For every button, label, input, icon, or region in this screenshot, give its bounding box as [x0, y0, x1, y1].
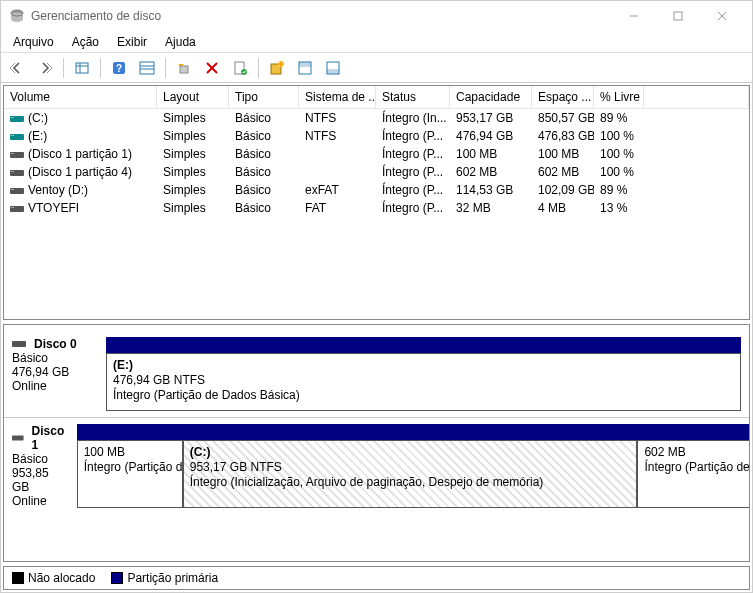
- disk-name: Disco 0: [34, 337, 77, 351]
- volume-pct: 100 %: [594, 146, 644, 162]
- volume-type: Básico: [229, 182, 299, 198]
- menu-help[interactable]: Ajuda: [157, 33, 204, 51]
- partition-status: Íntegro (Partição de Sistema EFI): [84, 460, 176, 475]
- minimize-button[interactable]: [612, 1, 656, 31]
- legend-box-black: [12, 572, 24, 584]
- partition-size: 476,94 GB NTFS: [113, 373, 734, 388]
- col-type[interactable]: Tipo: [229, 86, 299, 108]
- svg-rect-35: [10, 206, 24, 212]
- volume-fs: [299, 171, 376, 173]
- disk-type: Básico: [12, 351, 96, 365]
- menu-action[interactable]: Ação: [64, 33, 107, 51]
- volume-status: Íntegro (P...: [376, 200, 450, 216]
- view-top-button[interactable]: [293, 56, 317, 80]
- drive-icon: [10, 150, 24, 160]
- volume-free: 100 MB: [532, 146, 594, 162]
- volume-row[interactable]: (Disco 1 partição 1)SimplesBásicoÍntegro…: [4, 145, 749, 163]
- volume-name: (Disco 1 partição 1): [28, 147, 132, 161]
- partition-size: 100 MB: [84, 445, 176, 460]
- properties-button[interactable]: [228, 56, 252, 80]
- volume-row[interactable]: (Disco 1 partição 4)SimplesBásicoÍntegro…: [4, 163, 749, 181]
- legend-unallocated: Não alocado: [12, 571, 95, 585]
- legend-box-navy: [111, 572, 123, 584]
- help-button[interactable]: ?: [107, 56, 131, 80]
- partition-box[interactable]: (E:)476,94 GB NTFSÍntegro (Partição de D…: [106, 353, 741, 411]
- volume-name: Ventoy (D:): [28, 183, 88, 197]
- volume-name: (Disco 1 partição 4): [28, 165, 132, 179]
- volume-layout: Simples: [157, 164, 229, 180]
- disk-state: Online: [12, 379, 96, 393]
- col-filesystem[interactable]: Sistema de ...: [299, 86, 376, 108]
- volume-pct: 100 %: [594, 164, 644, 180]
- back-button[interactable]: [5, 56, 29, 80]
- partition-size: 953,17 GB NTFS: [190, 460, 631, 475]
- volume-row[interactable]: (E:)SimplesBásicoNTFSÍntegro (P...476,94…: [4, 127, 749, 145]
- volume-type: Básico: [229, 200, 299, 216]
- partition-box[interactable]: 100 MBÍntegro (Partição de Sistema EFI): [77, 440, 183, 508]
- volume-layout: Simples: [157, 146, 229, 162]
- col-status[interactable]: Status: [376, 86, 450, 108]
- disk-icon: [12, 339, 26, 349]
- forward-button[interactable]: [33, 56, 57, 80]
- disk-size: 953,85 GB: [12, 466, 67, 494]
- volume-fs: [299, 153, 376, 155]
- col-volume[interactable]: Volume: [4, 86, 157, 108]
- partition-label: (C:): [190, 445, 631, 460]
- refresh-button[interactable]: [172, 56, 196, 80]
- legend-primary: Partição primária: [111, 571, 218, 585]
- volume-status: Íntegro (In...: [376, 110, 450, 126]
- volume-pct: 89 %: [594, 110, 644, 126]
- app-icon: [9, 8, 25, 24]
- col-pctfree[interactable]: % Livre: [594, 86, 644, 108]
- drive-icon: [10, 132, 24, 142]
- volume-row[interactable]: VTOYEFISimplesBásicoFATÍntegro (P...32 M…: [4, 199, 749, 217]
- volume-free: 102,09 GB: [532, 182, 594, 198]
- volume-name: VTOYEFI: [28, 201, 79, 215]
- volume-row[interactable]: Ventoy (D:)SimplesBásicoexFATÍntegro (P.…: [4, 181, 749, 199]
- col-capacity[interactable]: Capacidade: [450, 86, 532, 108]
- disk-size: 476,94 GB: [12, 365, 96, 379]
- partition-box[interactable]: 602 MBÍntegro (Partição de Recuperação): [637, 440, 750, 508]
- menu-file[interactable]: Arquivo: [5, 33, 62, 51]
- close-button[interactable]: [700, 1, 744, 31]
- disk-info[interactable]: Disco 1Básico953,85 GBOnline: [4, 418, 75, 514]
- delete-button[interactable]: [200, 56, 224, 80]
- menu-view[interactable]: Exibir: [109, 33, 155, 51]
- maximize-button[interactable]: [656, 1, 700, 31]
- partition-strip: [106, 337, 741, 353]
- volume-pct: 89 %: [594, 182, 644, 198]
- drive-icon: [10, 114, 24, 124]
- volume-pct: 100 %: [594, 128, 644, 144]
- volume-capacity: 476,94 GB: [450, 128, 532, 144]
- svg-rect-11: [140, 62, 154, 74]
- volume-type: Básico: [229, 164, 299, 180]
- new-button[interactable]: [265, 56, 289, 80]
- svg-rect-33: [10, 188, 24, 194]
- volume-row[interactable]: (C:)SimplesBásicoNTFSÍntegro (In...953,1…: [4, 109, 749, 127]
- volume-type: Básico: [229, 110, 299, 126]
- disk-info[interactable]: Disco 0Básico476,94 GBOnline: [4, 331, 104, 417]
- volume-capacity: 114,53 GB: [450, 182, 532, 198]
- volume-free: 4 MB: [532, 200, 594, 216]
- view-bottom-button[interactable]: [321, 56, 345, 80]
- volume-capacity: 100 MB: [450, 146, 532, 162]
- svg-rect-6: [76, 63, 88, 73]
- volume-status: Íntegro (P...: [376, 146, 450, 162]
- disk-type: Básico: [12, 452, 67, 466]
- volume-layout: Simples: [157, 182, 229, 198]
- col-free[interactable]: Espaço ...: [532, 86, 594, 108]
- col-extra[interactable]: [644, 86, 749, 108]
- legend: Não alocado Partição primária: [3, 566, 750, 590]
- settings-list-button[interactable]: [135, 56, 159, 80]
- volume-layout: Simples: [157, 200, 229, 216]
- partition-label: (E:): [113, 358, 734, 373]
- volume-name: (E:): [28, 129, 47, 143]
- partition-size: 602 MB: [644, 445, 750, 460]
- partition-box[interactable]: (C:)953,17 GB NTFSÍntegro (Inicialização…: [183, 440, 638, 508]
- view-button[interactable]: [70, 56, 94, 80]
- volume-name: (C:): [28, 111, 48, 125]
- volume-free: 476,83 GB: [532, 128, 594, 144]
- volume-layout: Simples: [157, 128, 229, 144]
- col-layout[interactable]: Layout: [157, 86, 229, 108]
- partition-status: Íntegro (Inicialização, Arquivo de pagin…: [190, 475, 631, 490]
